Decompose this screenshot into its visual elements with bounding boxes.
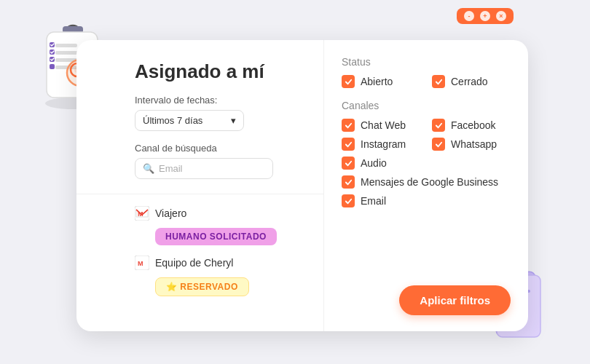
list-item: M Equipo de Cheryl <box>135 256 306 270</box>
window-controls-bar: - + × <box>457 8 514 24</box>
badge-reservado: ⭐ RESERVADO <box>155 277 249 296</box>
close-button[interactable]: × <box>496 11 506 21</box>
svg-text:M: M <box>138 210 143 218</box>
status-options: Abierto Cerrado <box>342 75 511 88</box>
channel-google-business[interactable]: Mensajes de Google Business <box>342 175 511 189</box>
checkbox-facebook[interactable] <box>432 119 445 132</box>
channel-chatweb-label: Chat Web <box>361 119 406 131</box>
gmail-icon: M <box>135 206 149 221</box>
channel-search-field[interactable]: 🔍 Email <box>135 158 273 179</box>
svg-rect-3 <box>55 44 77 47</box>
channel-facebook-label: Facebook <box>451 119 495 131</box>
checkbox-whatsapp[interactable] <box>432 138 445 151</box>
channels-section-label: Canales <box>342 100 511 111</box>
badge-humano-solicitado: HUMANO SOLICITADO <box>155 228 277 245</box>
left-panel: Asignado a mí Intervalo de fechas: Últim… <box>76 40 324 331</box>
chevron-down-icon: ▾ <box>231 115 236 126</box>
channel-google-business-label: Mensajes de Google Business <box>361 176 498 188</box>
channel-audio[interactable]: Audio <box>342 157 420 170</box>
channel-chatweb[interactable]: Chat Web <box>342 119 420 132</box>
date-select-value: Últimos 7 días <box>143 115 202 126</box>
channel-instagram[interactable]: Instagram <box>342 138 420 151</box>
minimize-button[interactable]: - <box>464 11 474 21</box>
status-cerrado[interactable]: Cerrado <box>432 75 511 88</box>
checkbox-instagram[interactable] <box>342 138 355 151</box>
gmail-icon-2: M <box>135 256 149 270</box>
item-viajero-name: Viajero <box>155 207 186 219</box>
checkbox-cerrado[interactable] <box>432 75 445 88</box>
channel-instagram-label: Instagram <box>361 138 406 150</box>
channel-field-label: Canal de búsqueda <box>135 143 306 154</box>
channel-email-label: Email <box>361 195 386 207</box>
maximize-button[interactable]: + <box>480 11 490 21</box>
search-icon: 🔍 <box>143 163 154 174</box>
channel-search-placeholder: Email <box>159 163 183 174</box>
page-title: Asignado a mí <box>135 60 306 83</box>
status-section-label: Status <box>342 56 511 68</box>
divider <box>76 194 323 194</box>
channel-options: Chat Web Facebook Instagram <box>342 119 511 207</box>
right-panel: Status Abierto Cerrado <box>324 40 528 331</box>
checkbox-abierto[interactable] <box>342 75 355 88</box>
checkbox-google-business[interactable] <box>342 175 355 189</box>
status-abierto-label: Abierto <box>361 76 393 87</box>
channel-email[interactable]: Email <box>342 194 420 207</box>
checkbox-chatweb[interactable] <box>342 119 355 132</box>
list-item: M Viajero <box>135 206 306 221</box>
checkbox-audio[interactable] <box>342 157 355 170</box>
main-card: Asignado a mí Intervalo de fechas: Últim… <box>76 40 528 331</box>
date-select[interactable]: Últimos 7 días ▾ <box>135 110 244 131</box>
channel-facebook[interactable]: Facebook <box>432 119 511 132</box>
svg-text:M: M <box>138 260 143 267</box>
status-abierto[interactable]: Abierto <box>342 75 420 88</box>
channel-audio-label: Audio <box>361 157 387 169</box>
status-cerrado-label: Cerrado <box>451 76 488 87</box>
apply-filters-button[interactable]: Aplicar filtros <box>399 285 511 315</box>
channel-whatsapp-label: Whatsapp <box>451 138 497 150</box>
checkbox-email[interactable] <box>342 194 355 207</box>
svg-rect-10 <box>50 64 55 69</box>
date-field-label: Intervalo de fechas: <box>135 95 306 106</box>
channel-whatsapp[interactable]: Whatsapp <box>432 138 511 151</box>
item-cheryl-name: Equipo de Cheryl <box>155 257 233 269</box>
